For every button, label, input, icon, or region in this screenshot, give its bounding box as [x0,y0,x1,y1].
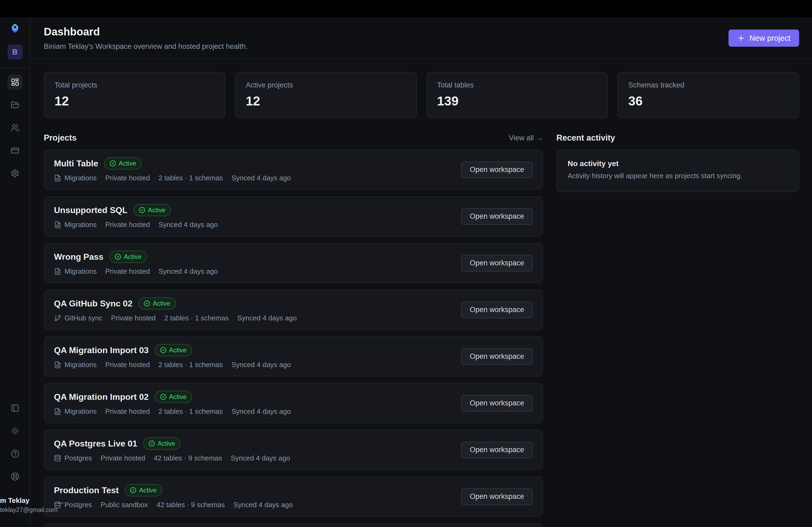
workspace-avatar[interactable]: B [8,45,23,60]
project-card: Wrong Pass Active Migrations P [44,243,543,283]
project-tables-count: 42 tables · 9 schemas [157,501,225,509]
project-card: QA GitHub Sync 02 Active GitHub sync [44,290,543,330]
open-workspace-button[interactable]: Open workspace [461,348,533,365]
project-source-label: GitHub sync [64,314,103,322]
file-text-icon [54,268,61,275]
status-label: Active [148,206,165,214]
git-branch-icon [54,315,61,322]
sidebar: B [0,17,30,527]
project-name: Unsupported SQL [54,205,128,215]
open-workspace-button[interactable]: Open workspace [461,488,533,505]
new-project-label: New project [750,34,791,43]
status-label: Active [139,486,157,494]
project-source-label: Migrations [64,361,97,369]
open-workspace-button[interactable]: Open workspace [461,442,533,458]
project-source-label: Migrations [64,267,97,275]
life-buoy-icon [11,472,19,481]
new-project-button[interactable]: New project [728,30,799,47]
file-text-icon [54,221,61,228]
plus-icon [737,34,745,42]
open-workspace-button[interactable]: Open workspace [461,208,533,225]
sidebar-divider [0,67,30,68]
user-menu-ellipsis-icon[interactable]: ••• [58,500,68,507]
theme-toggle-button[interactable] [8,423,23,438]
project-source: Postgres [54,454,92,462]
project-meta: Migrations Private hosted 2 tables · 1 s… [54,407,291,416]
status-badge: Active [104,157,142,169]
project-card: QA Postgres Live 01 Active Postgres [44,430,543,470]
app-window: B [0,17,812,527]
sidebar-item-projects[interactable] [8,97,23,112]
project-source-label: Migrations [64,407,97,416]
projects-heading: Projects [44,133,76,143]
sun-icon [11,427,19,435]
app-logo[interactable] [8,23,22,36]
page-header: Dashboard Biniam Teklay's Workspace over… [30,17,812,59]
status-badge: Active [143,437,180,450]
collapse-sidebar-button[interactable] [8,401,23,416]
status-badge: Active [138,297,176,310]
help-circle-icon [11,450,19,458]
view-all-link[interactable]: View all → [509,134,543,142]
project-name: Multi Table [54,159,98,168]
sidebar-item-dashboard[interactable] [8,75,23,90]
check-circle-icon [130,487,136,494]
open-workspace-button[interactable]: Open workspace [461,395,533,412]
project-source-label: Migrations [64,174,97,182]
sidebar-item-settings[interactable] [8,166,23,181]
project-hosting: Private hosted [111,314,156,322]
project-meta: Migrations Private hosted Synced 4 days … [54,221,218,229]
project-tables-count: 2 tables · 1 schemas [158,174,223,182]
project-info: Multi Table Active Migrations [54,157,291,182]
status-label: Active [169,346,187,354]
project-list: Multi Table Active Migrations [44,150,543,527]
stat-value: 12 [55,94,215,108]
sidebar-footer-nav [8,401,23,484]
project-tables-count: 2 tables · 1 schemas [158,361,223,369]
project-source: Migrations [54,174,97,182]
open-workspace-button[interactable]: Open workspace [461,255,533,272]
stat-label: Total tables [437,81,597,89]
open-workspace-button[interactable]: Open workspace [461,162,533,178]
project-source-label: Migrations [64,221,97,229]
sidebar-item-billing[interactable] [8,143,23,158]
project-info: Wrong Pass Active Migrations P [54,251,218,275]
activity-empty-panel: No activity yet Activity history will ap… [556,150,799,192]
layout-dashboard-icon [11,78,19,86]
panel-left-icon [11,404,19,412]
status-label: Active [119,160,136,167]
project-tables-count: 2 tables · 1 schemas [158,407,223,416]
project-name: Wrong Pass [54,252,103,262]
activity-empty-subtitle: Activity history will appear here as pro… [568,172,788,180]
project-hosting: Private hosted [105,221,150,229]
project-synced: Synced 4 days ago [231,454,290,462]
project-card: QA Migration Import 03 Active Migrations [44,336,543,376]
project-source: Migrations [54,407,97,416]
status-label: Active [124,253,141,260]
status-label: Active [153,300,170,307]
project-tables-count: 42 tables · 9 schemas [154,454,222,462]
project-card: Unsupported SQL Active Migrations [44,196,543,236]
status-label: Active [169,393,187,401]
sidebar-item-members[interactable] [8,120,23,135]
status-badge: Active [125,484,162,496]
stats-row: Total projects 12 Active projects 12 Tot… [44,72,799,118]
check-circle-icon [160,347,166,353]
project-name: QA Postgres Live 01 [54,439,137,449]
project-synced: Synced 4 days ago [231,361,291,369]
project-meta: Migrations Private hosted Synced 4 days … [54,267,218,275]
project-hosting: Private hosted [101,454,145,462]
file-text-icon [54,175,61,182]
project-source: Migrations [54,267,97,275]
file-text-icon [54,408,61,415]
support-button[interactable] [8,469,23,484]
project-name: QA Migration Import 03 [54,345,149,355]
stat-label: Schemas tracked [628,81,788,89]
stat-value: 139 [437,94,597,108]
help-button[interactable] [8,446,23,461]
stat-card: Total projects 12 [44,72,225,118]
check-circle-icon [160,394,166,400]
project-synced: Synced 4 days ago [158,221,218,229]
open-workspace-button[interactable]: Open workspace [461,302,533,318]
projects-column: Projects View all → Multi Table Active [44,133,543,527]
